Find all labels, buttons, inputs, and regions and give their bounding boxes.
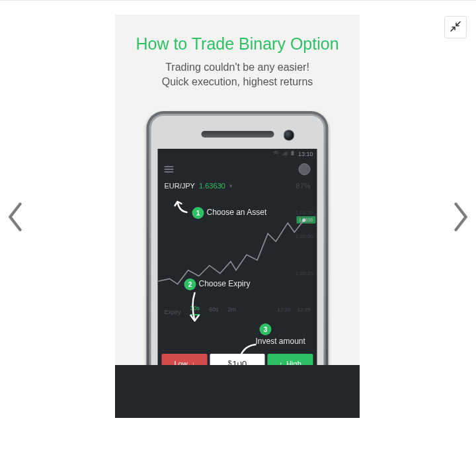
payout-text: Payout 187.0 xyxy=(158,376,317,383)
tutorial-text-1: Choose an Asset xyxy=(207,208,267,217)
next-button[interactable] xyxy=(447,198,473,238)
phone-speaker xyxy=(201,131,274,138)
tutorial-text-3: Invest amount xyxy=(256,337,305,346)
chevron-left-icon xyxy=(7,202,24,234)
time-tick: 12:25 xyxy=(297,307,310,313)
low-button[interactable]: Low ↓ xyxy=(162,354,208,374)
card-sub-line2: Quick execution, highest returns xyxy=(162,76,313,87)
status-bar: 13:10 xyxy=(158,149,317,159)
arrow-down-icon: ↓ xyxy=(192,360,195,368)
svg-rect-0 xyxy=(292,151,294,155)
svg-rect-1 xyxy=(292,151,294,151)
arrow-up-icon: ↑ xyxy=(279,360,282,368)
menu-button[interactable] xyxy=(165,165,174,174)
chevron-right-icon xyxy=(452,202,469,234)
expiry-opt-2m[interactable]: 2m xyxy=(228,306,237,315)
status-time: 13:10 xyxy=(298,151,313,157)
collapse-button[interactable] xyxy=(444,16,467,38)
tutorial-arrow-4-right xyxy=(247,382,293,397)
svg-point-2 xyxy=(302,219,305,222)
promo-card: How to Trade Binary Option Trading could… xyxy=(115,15,360,418)
tutorial-arrow-1 xyxy=(174,198,191,215)
tutorial-arrow-3 xyxy=(231,342,260,368)
app-bar xyxy=(158,159,317,179)
card-subtitle: Trading couldn't be any easier! Quick ex… xyxy=(115,60,360,89)
high-button[interactable]: ↑ High xyxy=(267,354,313,374)
avatar[interactable] xyxy=(299,163,311,175)
expiry-opt-60s[interactable]: 60s xyxy=(209,306,219,315)
wifi-icon xyxy=(273,151,280,157)
asset-pair[interactable]: EUR/JPY xyxy=(165,182,195,190)
expiry-label: Expiry xyxy=(165,309,181,315)
low-label: Low xyxy=(174,360,187,368)
phone-camera xyxy=(284,130,295,141)
time-tick: 12:20 xyxy=(277,307,290,313)
asset-price: 1.63630 xyxy=(199,182,225,190)
phone-screen: 13:10 EUR/JPY 1.63630 ▾ 87% 1.08:35 1.08… xyxy=(158,149,317,418)
tutorial-step-3: 3 xyxy=(260,323,272,335)
card-sub-line1: Trading couldn't be any easier! xyxy=(165,61,309,73)
collapse-icon xyxy=(450,21,461,34)
tutorial-text-2: Choose Expiry xyxy=(199,279,251,288)
tutorial-step-2: 2 xyxy=(184,278,196,290)
prev-button[interactable] xyxy=(3,198,29,238)
chevron-down-icon[interactable]: ▾ xyxy=(229,183,233,189)
tutorial-step-4: 4 xyxy=(233,387,245,399)
asset-pct: 87% xyxy=(296,182,310,190)
tutorial-step-1: 1 xyxy=(192,207,204,219)
phone-frame: 13:10 EUR/JPY 1.63630 ▾ 87% 1.08:35 1.08… xyxy=(147,111,329,418)
high-label: High xyxy=(286,360,301,368)
tutorial-arrow-2 xyxy=(187,292,203,326)
tutorial-arrow-4-left xyxy=(184,382,231,397)
battery-icon xyxy=(290,151,296,157)
signal-icon xyxy=(282,151,288,157)
expiry-row: Expiry 30s 60s 2m 12:20 12:25 xyxy=(158,300,317,315)
card-title: How to Trade Binary Option xyxy=(115,34,360,54)
asset-row: EUR/JPY 1.63630 ▾ 87% xyxy=(158,179,317,190)
tutorial-text-4: Open a position xyxy=(208,400,264,409)
